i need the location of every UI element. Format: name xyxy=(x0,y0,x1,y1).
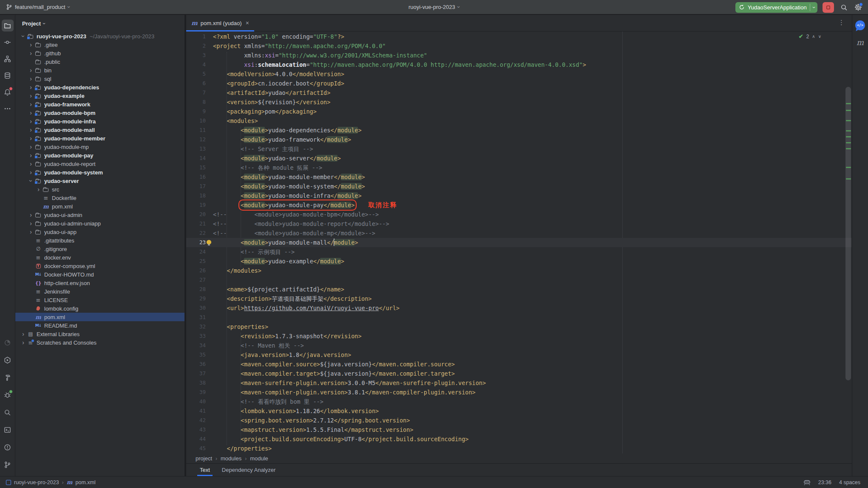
tree-item-yudao-ui-admin[interactable]: ›yudao-ui-admin xyxy=(15,211,184,219)
line-number[interactable]: 2 xyxy=(186,41,206,51)
code-line-28[interactable]: 28 <name>${project.artifactId}</name> xyxy=(186,285,852,294)
tool-commit-button[interactable] xyxy=(2,36,14,48)
tree-item-bin[interactable]: ›bin xyxy=(15,66,184,74)
code-line-30[interactable]: 30 <url>https://github.com/YunaiV/ruoyi-… xyxy=(186,303,852,313)
code-line-42[interactable]: 42 <spring.boot.version>2.7.12</spring.b… xyxy=(186,416,852,425)
tool-terminal-button[interactable] xyxy=(2,424,14,436)
tree-item-yudao-dependencies[interactable]: ›yudao-dependencies xyxy=(15,83,184,91)
line-number[interactable]: 3 xyxy=(186,51,206,60)
chevron-right-icon[interactable]: › xyxy=(27,110,34,116)
chevron-right-icon[interactable]: › xyxy=(27,76,34,82)
line-number[interactable]: 26 xyxy=(186,266,206,275)
code-line-3[interactable]: 3 xmlns:xsi="http://www.w3.org/2001/XMLS… xyxy=(186,51,852,60)
code-editor[interactable]: ✔ 2 ∧ ∨ 1<?xml version="1.0" encoding="U… xyxy=(186,31,852,454)
maven-tool-button[interactable]: m xyxy=(857,38,864,47)
code-line-6[interactable]: 6 <groupId>cn.iocoder.boot</groupId> xyxy=(186,79,852,88)
chevron-right-icon[interactable]: › xyxy=(27,118,34,124)
tree-item-pom.xml[interactable]: pom.xml xyxy=(15,313,184,321)
code-line-37[interactable]: 37 <maven.compiler.target>${java.version… xyxy=(186,369,852,378)
chevron-right-icon[interactable]: › xyxy=(20,331,27,337)
tree-item-yudao-module-mp[interactable]: ›yudao-module-mp xyxy=(15,143,184,151)
code-line-27[interactable]: 27 xyxy=(186,275,852,285)
tool-version-control-button[interactable] xyxy=(2,459,14,471)
tool-more-button[interactable] xyxy=(2,103,14,114)
line-number[interactable]: 33 xyxy=(186,331,206,341)
tree-item-pom.xml[interactable]: pom.xml xyxy=(15,202,184,211)
line-number[interactable]: 39 xyxy=(186,388,206,397)
line-number[interactable]: 1 xyxy=(186,32,206,41)
line-number[interactable]: 29 xyxy=(186,294,206,303)
tree-item-.public[interactable]: .public xyxy=(15,57,184,66)
code-line-39[interactable]: 39 <maven-compiler-plugin.version>3.8.1<… xyxy=(186,388,852,397)
code-line-18[interactable]: 18 <module>yudao-module-infra</module> xyxy=(186,191,852,200)
code-line-26[interactable]: 26 </modules> xyxy=(186,266,852,275)
line-number[interactable]: 24 xyxy=(186,247,206,257)
line-number[interactable]: 44 xyxy=(186,434,206,444)
line-number[interactable]: 9 xyxy=(186,107,206,116)
line-number[interactable]: 32 xyxy=(186,322,206,331)
close-icon[interactable]: × xyxy=(246,20,249,26)
breadcrumb-item-module[interactable]: module xyxy=(250,455,268,462)
code-line-43[interactable]: 43 <mapstruct.version>1.5.5.Final</mapst… xyxy=(186,425,852,434)
tree-item-yudao-module-pay[interactable]: ›yudao-module-pay xyxy=(15,151,184,160)
line-number[interactable]: 6 xyxy=(186,79,206,88)
next-problem-icon[interactable]: ∨ xyxy=(818,34,821,39)
breadcrumb-item-project[interactable]: project xyxy=(196,455,212,462)
line-number[interactable]: 12 xyxy=(186,135,206,144)
tree-item-ruoyi-vue-pro-2023[interactable]: ›ruoyi-vue-pro-2023~/Java/ruoyi-vue-pro-… xyxy=(15,32,184,40)
chevron-right-icon[interactable]: › xyxy=(20,340,27,345)
code-line-4[interactable]: 4 xsi:schemaLocation="http://maven.apach… xyxy=(186,60,852,69)
project-widget[interactable]: ruoyi-vue-pro-2023 › xyxy=(408,4,460,10)
code-line-12[interactable]: 12 <module>yudao-framework</module> xyxy=(186,135,852,144)
code-line-19[interactable]: 19 <module>yudao-module-pay</module>取消注释 xyxy=(186,200,852,210)
code-line-34[interactable]: 34 <!-- Maven 相关 --> xyxy=(186,341,852,350)
line-number[interactable]: 16 xyxy=(186,172,206,182)
code-line-1[interactable]: 1<?xml version="1.0" encoding="UTF-8"?> xyxy=(186,32,852,41)
vcs-branch-widget[interactable]: feature/mall_product › xyxy=(6,4,70,10)
line-number[interactable]: 11 xyxy=(186,126,206,135)
chevron-right-icon[interactable]: › xyxy=(27,84,34,90)
line-number[interactable]: 21 xyxy=(186,219,206,228)
tree-item-Docker-HOWTO.md[interactable]: Docker-HOWTO.md xyxy=(15,270,184,279)
indent-setting[interactable]: 4 spaces xyxy=(839,479,860,485)
line-number[interactable]: 17 xyxy=(186,182,206,191)
tree-item-docker-compose.yml[interactable]: docker-compose.yml xyxy=(15,262,184,270)
tool-build-button[interactable] xyxy=(2,371,14,383)
chevron-right-icon[interactable]: › xyxy=(27,67,34,73)
bottom-tab-text[interactable]: Text xyxy=(195,464,215,476)
tool-structure-button[interactable] xyxy=(2,53,14,65)
tool-services-button[interactable] xyxy=(2,354,14,366)
chevron-right-icon[interactable]: › xyxy=(27,220,34,226)
tree-item-yudao-server[interactable]: ›yudao-server xyxy=(15,177,184,185)
code-line-41[interactable]: 41 <lombok.version>1.18.26</lombok.versi… xyxy=(186,406,852,416)
line-number[interactable]: 10 xyxy=(186,116,206,126)
chevron-right-icon[interactable]: › xyxy=(27,93,34,99)
line-number[interactable]: 5 xyxy=(186,69,206,79)
tree-item-.gitignore[interactable]: .gitignore xyxy=(15,245,184,253)
chevron-right-icon[interactable]: › xyxy=(27,144,34,150)
settings-button[interactable] xyxy=(854,3,863,12)
code-line-21[interactable]: 21<!-- <module>yudao-module-report</modu… xyxy=(186,219,852,228)
tool-profiler-button[interactable] xyxy=(2,337,14,348)
chevron-right-icon[interactable]: › xyxy=(35,186,42,192)
tree-item-src[interactable]: ›src xyxy=(15,185,184,194)
code-line-22[interactable]: 22<!-- <module>yudao-module-mp</module>-… xyxy=(186,228,852,238)
tree-item-Scratches and Consoles[interactable]: ›Scratches and Consoles xyxy=(15,338,184,347)
tree-item-External Libraries[interactable]: ›External Libraries xyxy=(15,330,184,338)
tree-item-yudao-ui-admin-uniapp[interactable]: ›yudao-ui-admin-uniapp xyxy=(15,219,184,228)
code-line-10[interactable]: 10 <modules> xyxy=(186,116,852,126)
code-line-14[interactable]: 14 <module>yudao-server</module> xyxy=(186,154,852,163)
code-line-25[interactable]: 25 <module>yudao-example</module> xyxy=(186,257,852,266)
chevron-right-icon[interactable]: › xyxy=(27,135,34,141)
code-line-31[interactable]: 31 xyxy=(186,313,852,322)
prev-problem-icon[interactable]: ∧ xyxy=(812,34,815,39)
tree-item-Dockerfile[interactable]: Dockerfile xyxy=(15,194,184,202)
code-line-17[interactable]: 17 <module>yudao-module-system</module> xyxy=(186,182,852,191)
tree-item-yudao-framework[interactable]: ›yudao-framework xyxy=(15,100,184,108)
tool-find-button[interactable] xyxy=(2,406,14,418)
line-number[interactable]: 7 xyxy=(186,88,206,97)
tree-item-yudao-module-report[interactable]: ›yudao-module-report xyxy=(15,160,184,168)
line-number[interactable]: 45 xyxy=(186,444,206,453)
tool-database-button[interactable] xyxy=(2,69,14,81)
chevron-right-icon[interactable]: › xyxy=(27,50,34,56)
